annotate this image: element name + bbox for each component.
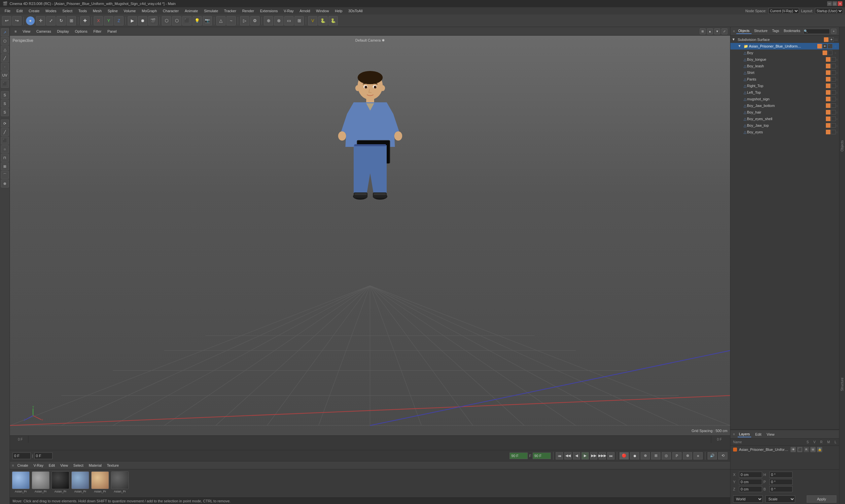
layers-menu-icon[interactable]: ≡: [733, 432, 735, 436]
vp-menu-options[interactable]: Options: [73, 29, 89, 34]
b2[interactable]: [831, 77, 836, 82]
render-settings[interactable]: ⚙: [250, 16, 260, 25]
tool-model[interactable]: ⬡: [1, 37, 9, 45]
tree-item-boy-leash[interactable]: △ Boy_leash ::: [730, 63, 839, 69]
title-bar-controls[interactable]: ─ □ ✕: [827, 1, 842, 6]
b2[interactable]: [831, 90, 836, 95]
b2[interactable]: [831, 130, 836, 134]
tree-item-asian-prisoner[interactable]: ▼ 📁 Asian_Prisoner_Blue_Uniform_with_Mug…: [730, 43, 839, 50]
play-button[interactable]: ▶: [128, 16, 137, 25]
menu-spline[interactable]: Spline: [105, 8, 121, 14]
material-item[interactable]: Asian_Pr: [52, 471, 69, 493]
tool-cube2[interactable]: ⬛: [1, 137, 9, 145]
menu-volume[interactable]: Volume: [121, 8, 139, 14]
b2[interactable]: [831, 103, 836, 108]
playback-mode5[interactable]: ◎: [662, 452, 671, 460]
objects-tab-structure[interactable]: Structure: [752, 29, 770, 34]
b2[interactable]: [831, 123, 836, 128]
next-keyframe-button[interactable]: ▶▶: [590, 452, 597, 460]
badge-visible[interactable]: 👁: [829, 37, 834, 42]
prev-frame-button[interactable]: ◀◀: [564, 452, 571, 460]
material-item[interactable]: Asian_Pr: [71, 471, 89, 493]
b2[interactable]: [828, 51, 832, 55]
add-button[interactable]: ✚: [80, 16, 89, 25]
cube-tool[interactable]: ⬛: [182, 16, 192, 25]
tool-globe[interactable]: ⊕: [1, 180, 9, 187]
tree-item-subdivision[interactable]: ▼ Subdivision Surface 👁 ::::: [730, 36, 839, 43]
tree-item-mugshot[interactable]: △ mugshot_sign ::: [730, 96, 839, 102]
menu-edit[interactable]: Edit: [14, 8, 25, 14]
menu-simulate[interactable]: Simulate: [201, 8, 221, 14]
tree-item-jaw-top[interactable]: △ Boy_Jaw_top ::: [730, 122, 839, 129]
goto-end-button[interactable]: ⏭: [607, 452, 615, 460]
spline-tool[interactable]: ~: [227, 16, 236, 25]
tree-item-eyes[interactable]: △ Boy_eyes ::: [730, 129, 839, 135]
mat-create-menu[interactable]: Create: [15, 463, 30, 468]
grid-btn[interactable]: ⊞: [295, 16, 304, 25]
tool-select[interactable]: ↗: [1, 29, 9, 36]
scale-button[interactable]: ⤢: [46, 16, 55, 25]
vp-down[interactable]: ▼: [714, 29, 720, 34]
layers-tab-view[interactable]: View: [765, 432, 776, 437]
b2[interactable]: [831, 57, 836, 62]
move-button[interactable]: ✛: [36, 16, 45, 25]
layers-tab-edit[interactable]: Edit: [754, 432, 763, 437]
z-axis-button[interactable]: Z: [114, 16, 123, 25]
rotate-button[interactable]: ↻: [56, 16, 66, 25]
objects-tab-bookmarks[interactable]: Bookmarks: [781, 29, 802, 34]
menu-mesh[interactable]: Mesh: [90, 8, 104, 14]
tool-paint3[interactable]: S: [1, 108, 9, 116]
material-item[interactable]: Asian_Pr: [111, 471, 129, 493]
apply-button[interactable]: Apply: [807, 496, 837, 503]
h-rot-input[interactable]: [769, 472, 792, 478]
b2[interactable]: [831, 64, 836, 68]
y-pos-input[interactable]: [739, 479, 762, 485]
playback-mode2[interactable]: ⏺: [630, 452, 639, 460]
mat-view-menu[interactable]: View: [58, 463, 70, 468]
layout-select[interactable]: Startup (User): [815, 8, 843, 14]
python2-btn[interactable]: 🐍: [329, 16, 338, 25]
mat-texture-menu[interactable]: Texture: [105, 463, 121, 468]
tool-paint2[interactable]: S: [1, 100, 9, 108]
goto-start-button[interactable]: ⏮: [556, 452, 563, 460]
tool-sphere[interactable]: ○: [1, 145, 9, 153]
tool-line[interactable]: ╱: [1, 128, 9, 136]
vp-up[interactable]: ▲: [707, 29, 713, 34]
b2[interactable]: [831, 116, 836, 121]
mat-toolbar-icon[interactable]: ≡: [12, 463, 14, 467]
badge-render[interactable]: ⬛: [828, 44, 832, 49]
menu-animate[interactable]: Animate: [182, 8, 200, 14]
scale-dropdown[interactable]: Scale: [765, 496, 795, 503]
b2[interactable]: [831, 84, 836, 88]
menu-help[interactable]: Help: [332, 8, 345, 14]
light-tool[interactable]: 💡: [193, 16, 202, 25]
menu-file[interactable]: File: [2, 8, 13, 14]
tool-poly[interactable]: △: [1, 46, 9, 53]
b2[interactable]: [831, 110, 836, 114]
layer-row[interactable]: Asian_Prisoner_Blue_Uniform_with_Mugshot…: [730, 446, 839, 453]
menu-mograph[interactable]: MoGraph: [139, 8, 159, 14]
live-selection-button[interactable]: ●: [26, 16, 35, 25]
b-rot-input[interactable]: [769, 486, 792, 492]
node-space-select[interactable]: Current (V-Ray): [769, 8, 799, 14]
playback-mode6[interactable]: P: [672, 452, 682, 460]
tool-bend[interactable]: ⌒: [1, 171, 9, 179]
playback-mode7[interactable]: ⊗: [683, 452, 692, 460]
p-rot-input[interactable]: [769, 479, 792, 485]
material-item[interactable]: Asian_Pr: [32, 471, 50, 493]
playback-mode8[interactable]: ≡: [693, 452, 703, 460]
tool-sculpt[interactable]: ⟳: [1, 120, 9, 127]
record-button[interactable]: ⏺: [138, 16, 147, 25]
menu-arnold[interactable]: Arnold: [297, 8, 313, 14]
mat-select-menu[interactable]: Select: [71, 463, 86, 468]
objects-tab-objects[interactable]: Objects: [736, 29, 752, 34]
close-button[interactable]: ✕: [838, 1, 842, 6]
flag-m[interactable]: M: [810, 447, 816, 452]
current-frame-input[interactable]: [13, 452, 31, 459]
tool-uv[interactable]: UV: [1, 71, 9, 79]
flag-v[interactable]: ⬛: [797, 447, 803, 452]
x-pos-input[interactable]: [739, 472, 762, 478]
menu-3dsto[interactable]: 3DsToAll: [346, 8, 365, 14]
objects-vertical-label[interactable]: Objects: [839, 139, 845, 153]
next-frame-button[interactable]: ▶▶▶: [599, 452, 606, 460]
